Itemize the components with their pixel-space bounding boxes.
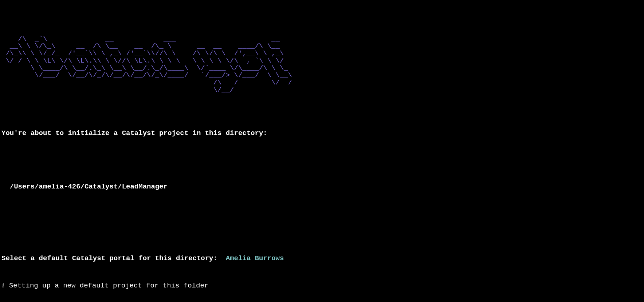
directory-path: /Users/amelia-426/Catalyst/LeadManager [1, 182, 643, 191]
terminal-viewport[interactable]: ____ /\ _`\ __ ___ __ __\ \ \/\_\ __ /\ … [1, 1, 643, 302]
portal-info-text: Setting up a new default project for thi… [9, 282, 208, 290]
init-message: You're about to initialize a Catalyst pr… [1, 129, 643, 138]
info-icon: i [1, 281, 5, 290]
portal-info-line: i Setting up a new default project for t… [1, 281, 643, 290]
portal-prompt-line: Select a default Catalyst portal for thi… [1, 254, 643, 263]
portal-selected-value: Amelia Burrows [226, 254, 284, 262]
catalyst-ascii-logo: ____ /\ _`\ __ ___ __ __\ \ \/\_\ __ /\ … [1, 28, 643, 94]
portal-prompt-label: Select a default Catalyst portal for thi… [1, 254, 217, 262]
